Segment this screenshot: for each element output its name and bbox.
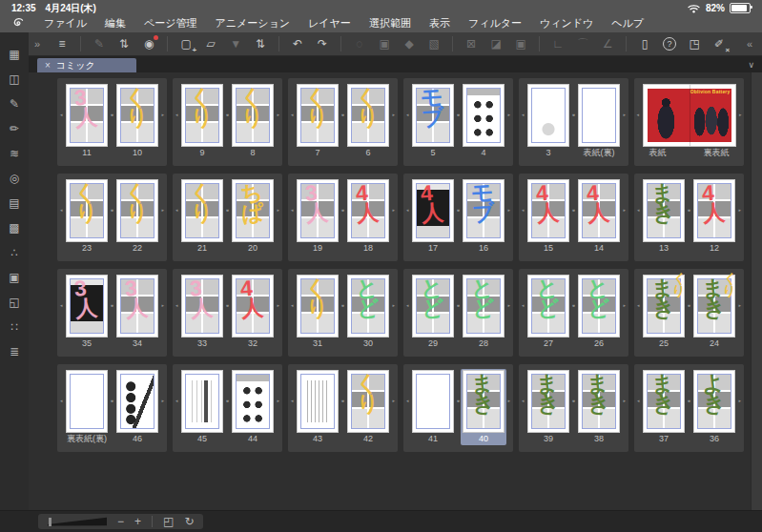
page-thumbnail[interactable]: まき bbox=[528, 371, 568, 432]
page-cell[interactable]: とど26 bbox=[576, 274, 622, 350]
page-thumbnail[interactable]: 4人 bbox=[579, 180, 619, 241]
fullscreen-button[interactable]: ◳ bbox=[683, 34, 706, 53]
page-cell[interactable]: 45 bbox=[179, 369, 225, 445]
page-thumbnail[interactable] bbox=[463, 85, 504, 146]
clip-studio-logo-icon[interactable] bbox=[11, 17, 26, 30]
page-thumbnail[interactable]: とど bbox=[528, 276, 568, 337]
page-cell[interactable]: モブ5 bbox=[410, 83, 456, 159]
page-cell[interactable]: とど27 bbox=[525, 274, 571, 350]
page-cell[interactable]: 3人35 bbox=[64, 274, 110, 350]
page-thumbnail[interactable]: 4人 bbox=[528, 180, 568, 241]
page-cell[interactable]: 3人33 bbox=[179, 274, 225, 350]
zoom-slider-handle[interactable] bbox=[49, 518, 51, 526]
page-cell[interactable]: とど29 bbox=[410, 274, 456, 350]
page-thumbnail[interactable]: まきくり bbox=[644, 276, 684, 337]
page-cell[interactable]: まき37 bbox=[641, 369, 687, 445]
scrollbar-track[interactable] bbox=[751, 72, 762, 510]
page-thumbnail[interactable]: くり bbox=[182, 180, 222, 241]
page-thumbnail[interactable]: 3人 bbox=[182, 276, 222, 337]
tab-overflow-chevron-icon[interactable]: ∨ bbox=[748, 60, 754, 70]
menu-item[interactable]: ヘルプ bbox=[611, 16, 644, 31]
page-thumbnail[interactable]: とど bbox=[348, 276, 388, 337]
page-thumbnail[interactable]: くり bbox=[117, 180, 157, 241]
page-thumbnail[interactable]: 4人 bbox=[413, 180, 453, 241]
page-thumbnail[interactable]: まき bbox=[579, 371, 619, 432]
page-thumbnail[interactable] bbox=[67, 371, 107, 432]
reset-rotation-icon[interactable]: ↻ bbox=[184, 516, 194, 527]
device-button[interactable]: ▯ bbox=[633, 34, 656, 53]
page-thumbnail[interactable]: まき bbox=[644, 371, 684, 432]
page-thumbnail[interactable]: とど bbox=[463, 276, 504, 337]
page-thumbnail[interactable]: くり bbox=[298, 276, 338, 337]
page-cell[interactable]: 43 bbox=[295, 369, 340, 445]
page-thumbnail[interactable]: まき bbox=[463, 371, 504, 432]
page-cell[interactable]: 4 bbox=[461, 83, 506, 159]
help-button[interactable]: ? bbox=[658, 34, 681, 53]
page-cell[interactable]: ちぱ20 bbox=[230, 178, 276, 255]
page-cell[interactable]: くり7 bbox=[295, 83, 340, 159]
page-thumbnail[interactable]: とど bbox=[413, 276, 453, 337]
palette-color-wheel-icon[interactable]: ◎ bbox=[0, 166, 29, 191]
menu-item[interactable]: ページ管理 bbox=[144, 16, 197, 31]
page-thumbnail[interactable]: 3人 bbox=[117, 276, 157, 337]
page-thumbnail[interactable]: くり bbox=[117, 85, 157, 146]
page-cell[interactable]: 4人17 bbox=[410, 178, 456, 255]
page-thumbnail[interactable]: 4人 bbox=[694, 180, 734, 241]
page-thumbnail[interactable]: くり bbox=[67, 180, 107, 241]
toolbar-expand-icon[interactable]: » bbox=[31, 38, 44, 50]
save-cycle-button[interactable]: ⇅ bbox=[249, 34, 272, 53]
menu-item[interactable]: 編集 bbox=[105, 16, 126, 31]
page-thumbnail[interactable]: 4人 bbox=[233, 276, 273, 337]
page-thumbnail[interactable] bbox=[298, 371, 338, 432]
page-cell[interactable]: 4人32 bbox=[230, 274, 276, 350]
zoom-slider[interactable] bbox=[48, 517, 107, 527]
page-cell[interactable]: 裏表紙(裏) bbox=[64, 369, 110, 445]
clip-studio-button[interactable]: ◉ bbox=[137, 34, 160, 53]
tab-close-icon[interactable]: × bbox=[45, 60, 51, 71]
page-cell[interactable]: くり10 bbox=[114, 83, 160, 159]
page-thumbnail[interactable]: よき bbox=[694, 371, 734, 432]
menu-item[interactable]: レイヤー bbox=[308, 16, 351, 31]
page-cell[interactable]: 3人34 bbox=[114, 274, 160, 350]
page-thumbnail[interactable]: くり bbox=[298, 85, 338, 146]
palette-timeline-icon[interactable]: ▤ bbox=[0, 191, 29, 215]
page-thumbnail[interactable] bbox=[579, 85, 619, 146]
page-cell[interactable]: まきくり25 bbox=[641, 274, 687, 350]
palette-color-set-icon[interactable]: ▩ bbox=[0, 215, 29, 240]
page-cell[interactable]: 44 bbox=[230, 369, 276, 445]
page-cell[interactable]: 4人15 bbox=[525, 178, 571, 255]
page-thumbnail[interactable]: 3人 bbox=[298, 180, 338, 241]
page-cell[interactable]: とど28 bbox=[461, 274, 506, 350]
page-thumbnail[interactable]: ちぱ bbox=[233, 180, 273, 241]
page-cell[interactable]: とど30 bbox=[345, 274, 391, 350]
page-cell[interactable]: くり6 bbox=[345, 83, 391, 159]
palette-quick-access-icon[interactable]: ◫ bbox=[0, 67, 29, 92]
palette-pen-tool-icon[interactable]: ✎ bbox=[0, 92, 29, 116]
page-thumbnail[interactable]: くり bbox=[182, 85, 222, 146]
cover-thumbnail[interactable]: Oblivion Battery bbox=[644, 85, 735, 146]
page-cell[interactable]: くり8 bbox=[230, 83, 276, 159]
pen-settings-button[interactable]: ✐× bbox=[708, 34, 731, 53]
palette-sub-tool-icon[interactable]: ✏ bbox=[0, 116, 29, 141]
page-cell[interactable]: くり22 bbox=[114, 178, 160, 255]
page-cell[interactable]: まき40 bbox=[461, 369, 506, 445]
page-thumbnail[interactable]: モブ bbox=[413, 85, 453, 146]
page-cell[interactable]: くり9 bbox=[179, 83, 225, 159]
palette-tool-property-icon[interactable]: ≋ bbox=[0, 141, 29, 166]
open-file-button[interactable]: ▱ bbox=[199, 34, 222, 53]
page-cell[interactable]: くり21 bbox=[179, 178, 225, 255]
menu-item[interactable]: ウィンドウ bbox=[540, 16, 593, 31]
palette-material-icon[interactable]: ∷ bbox=[0, 315, 29, 339]
page-cell[interactable]: 3 bbox=[525, 83, 571, 159]
page-cell[interactable]: モブ16 bbox=[461, 178, 506, 255]
page-cell[interactable]: 3人19 bbox=[295, 178, 340, 255]
tab-comic[interactable]: × コミック bbox=[37, 58, 136, 72]
page-thumbnail[interactable]: まき bbox=[644, 180, 684, 241]
palette-navigator-icon[interactable]: ◱ bbox=[0, 290, 29, 315]
redo-button[interactable]: ↷ bbox=[311, 34, 334, 53]
page-cell[interactable]: 4人12 bbox=[691, 178, 737, 255]
page-thumbnail[interactable]: とど bbox=[579, 276, 619, 337]
page-thumbnail[interactable]: 4人 bbox=[348, 180, 388, 241]
page-cell[interactable]: 41 bbox=[410, 369, 456, 445]
page-thumbnail[interactable]: 3人 bbox=[67, 276, 107, 337]
